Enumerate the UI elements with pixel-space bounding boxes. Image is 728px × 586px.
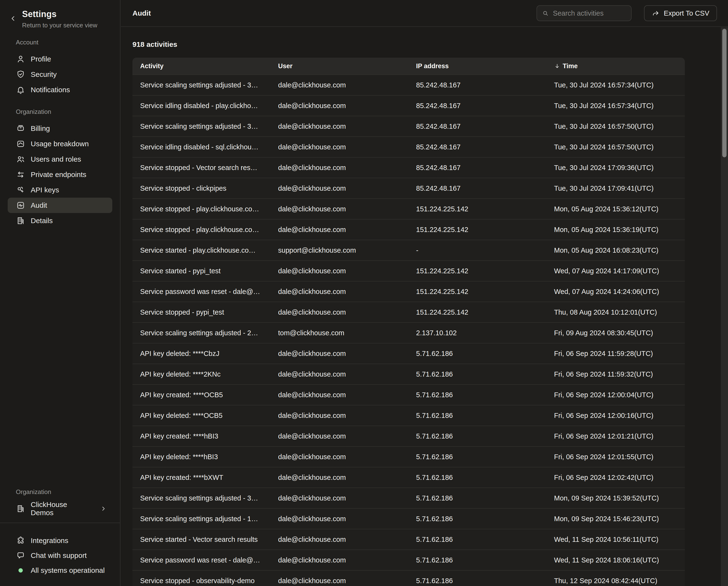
activity-cell: Service idling disabled - play.clickho…: [132, 102, 270, 110]
sidebar-item-notifications[interactable]: Notifications: [8, 82, 112, 98]
table-row: API key deleted: ****OCB5 dale@clickhous…: [132, 405, 685, 425]
system-status[interactable]: All systems operational: [8, 563, 112, 578]
activity-cell: Service password was reset - dale@…: [132, 556, 270, 564]
time-cell: Fri, 09 Aug 2024 08:30:45(UTC): [546, 329, 685, 337]
scrollbar-thumb[interactable]: [722, 29, 727, 157]
vertical-scrollbar[interactable]: [721, 27, 728, 586]
time-cell: Mon, 09 Sep 2024 15:46:23(UTC): [546, 515, 685, 523]
search-input[interactable]: [553, 9, 626, 17]
sidebar-item-label: Profile: [31, 55, 51, 63]
user-cell: dale@clickhouse.com: [270, 494, 408, 502]
user-cell: dale@clickhouse.com: [270, 453, 408, 461]
users-icon: [16, 154, 25, 164]
sidebar-item-private-endpoints[interactable]: Private endpoints: [8, 167, 112, 182]
sidebar-item-usage-breakdown[interactable]: Usage breakdown: [8, 136, 112, 151]
integrations-link[interactable]: Integrations: [8, 533, 112, 548]
table-row: API key deleted: ****CbzJ dale@clickhous…: [132, 343, 685, 364]
time-cell: Tue, 30 Jul 2024 16:57:34(UTC): [546, 102, 685, 110]
account-section-label: Account: [0, 39, 120, 46]
user-cell: support@clickhouse.com: [270, 246, 408, 254]
ip-cell: 85.242.48.167: [408, 164, 546, 172]
activity-cell: Service scaling settings adjusted - 3…: [132, 81, 270, 89]
user-icon: [16, 54, 25, 64]
user-cell: dale@clickhouse.com: [270, 164, 408, 172]
user-cell: dale@clickhouse.com: [270, 432, 408, 440]
sidebar-item-security[interactable]: Security: [8, 67, 112, 82]
sidebar-item-label: Notifications: [31, 86, 70, 94]
organization-name: ClickHouse Demos: [31, 500, 89, 517]
activity-cell: API key created: ****hBI3: [132, 432, 270, 440]
sidebar-item-profile[interactable]: Profile: [8, 51, 112, 67]
time-cell: Fri, 06 Sep 2024 12:02:42(UTC): [546, 473, 685, 482]
sidebar-item-label: Billing: [31, 124, 50, 132]
user-cell: dale@clickhouse.com: [270, 370, 408, 378]
ip-cell: 85.242.48.167: [408, 122, 546, 130]
table-row: Service stopped - observability-demo dal…: [132, 570, 685, 586]
sidebar-item-label: Details: [31, 217, 53, 225]
ip-cell: 151.224.225.142: [408, 267, 546, 275]
organization-switcher[interactable]: ClickHouse Demos: [8, 501, 112, 516]
ip-cell: 5.71.62.186: [408, 577, 546, 585]
ip-cell: 5.71.62.186: [408, 494, 546, 502]
user-cell: dale@clickhouse.com: [270, 391, 408, 399]
time-cell: Tue, 30 Jul 2024 16:57:50(UTC): [546, 122, 685, 130]
activity-square-icon: [16, 200, 25, 210]
column-header-time-label: Time: [563, 63, 578, 70]
time-cell: Mon, 05 Aug 2024 15:36:19(UTC): [546, 226, 685, 234]
building-icon: [16, 504, 25, 513]
activity-cell: Service scaling settings adjusted - 1…: [132, 515, 270, 523]
time-cell: Tue, 30 Jul 2024 17:09:41(UTC): [546, 185, 685, 192]
table-row: Service started - play.clickhouse.co… su…: [132, 240, 685, 260]
export-csv-label: Export To CSV: [664, 9, 709, 17]
table-row: Service scaling settings adjusted - 1… d…: [132, 508, 685, 529]
sidebar-item-users-and-roles[interactable]: Users and roles: [8, 151, 112, 167]
sidebar-item-label: Usage breakdown: [31, 140, 89, 148]
export-csv-button[interactable]: Export To CSV: [644, 5, 717, 21]
column-header-user: User: [270, 63, 408, 70]
chat-with-support-link[interactable]: Chat with support: [8, 548, 112, 563]
time-cell: Wed, 11 Sep 2024 18:06:16(UTC): [546, 556, 685, 564]
activity-cell: Service started - Vector search results: [132, 536, 270, 543]
activity-cell: Service stopped - play.clickhouse.co…: [132, 226, 270, 234]
ip-cell: 5.71.62.186: [408, 453, 546, 461]
activity-cell: Service password was reset - dale@…: [132, 288, 270, 296]
footer-item-label: Chat with support: [31, 552, 87, 560]
sidebar-item-label: Audit: [31, 201, 47, 210]
search-icon: [542, 9, 549, 17]
sidebar-item-billing[interactable]: Billing: [8, 121, 112, 136]
column-header-time[interactable]: Time: [546, 63, 685, 70]
status-text: All systems operational: [31, 566, 105, 575]
table-row: Service stopped - clickpipes dale@clickh…: [132, 178, 685, 198]
table-row: Service idling disabled - sql.clickhou… …: [132, 137, 685, 157]
user-cell: dale@clickhouse.com: [270, 102, 408, 110]
sidebar-item-details[interactable]: Details: [8, 213, 112, 228]
sidebar-item-audit[interactable]: Audit: [8, 198, 112, 213]
bottom-organization-label: Organization: [0, 488, 120, 496]
sidebar-item-label: Private endpoints: [31, 171, 86, 179]
chevron-left-icon: [9, 15, 18, 22]
table-row: Service stopped - play.clickhouse.co… da…: [132, 219, 685, 240]
keys-icon: [16, 185, 25, 195]
user-cell: dale@clickhouse.com: [270, 122, 408, 130]
sidebar-subtitle: Return to your service view: [22, 22, 98, 29]
sidebar-item-label: Security: [31, 70, 57, 78]
table-row: API key created: ****bXWT dale@clickhous…: [132, 467, 685, 488]
table-row: Service scaling settings adjusted - 3… d…: [132, 116, 685, 137]
audit-main: Audit Export To CSV 918 activities Activ…: [121, 0, 728, 586]
time-cell: Tue, 30 Jul 2024 16:57:34(UTC): [546, 81, 685, 89]
ip-cell: 5.71.62.186: [408, 556, 546, 564]
back-button[interactable]: [9, 9, 18, 29]
user-cell: dale@clickhouse.com: [270, 473, 408, 482]
ip-cell: 85.242.48.167: [408, 102, 546, 110]
user-cell: dale@clickhouse.com: [270, 205, 408, 213]
sidebar-item-api-keys[interactable]: API keys: [8, 182, 112, 198]
table-row: Service idling disabled - play.clickho… …: [132, 95, 685, 116]
activity-cell: Service stopped - Vector search res…: [132, 164, 270, 172]
time-cell: Mon, 05 Aug 2024 15:36:12(UTC): [546, 205, 685, 213]
ip-cell: 85.242.48.167: [408, 143, 546, 151]
activity-cell: Service stopped - clickpipes: [132, 185, 270, 192]
table-row: API key created: ****hBI3 dale@clickhous…: [132, 425, 685, 446]
sort-arrow-down-icon: [554, 63, 560, 69]
table-row: Service scaling settings adjusted - 3… d…: [132, 488, 685, 508]
user-cell: dale@clickhouse.com: [270, 226, 408, 234]
